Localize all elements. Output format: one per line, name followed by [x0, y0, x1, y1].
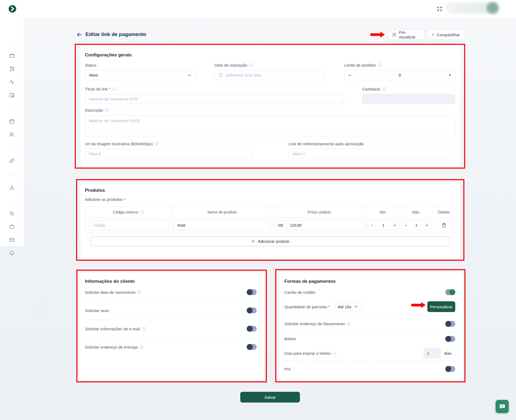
image-url-label: Url da imagem ilustrativa (600x600px)	[85, 141, 252, 146]
pix-label: PIX	[284, 367, 291, 371]
fullscreen-expand-icon[interactable]	[436, 5, 443, 13]
column-delete: Deletar	[432, 207, 455, 217]
general-settings-card: Configurações gerais Status Ativo Data d…	[80, 46, 460, 166]
activity-icon	[9, 79, 15, 85]
add-product-button[interactable]: Adicionar produto	[91, 236, 450, 246]
column-unit-price: Preço unitário	[272, 207, 366, 217]
ellipsis-icon: ...	[10, 107, 14, 110]
sidebar-item-percent[interactable]	[0, 209, 24, 218]
briefcase-icon	[9, 224, 15, 230]
plus-button[interactable]: +	[394, 223, 396, 227]
plus-button[interactable]: +	[448, 73, 451, 78]
save-button[interactable]: Salvar	[240, 392, 300, 403]
installments-label: Quantidade de parcelas *	[284, 305, 330, 309]
info-icon	[378, 63, 382, 67]
billing-address-toggle[interactable]	[445, 321, 455, 327]
payment-methods-title: Formas de pagamentos	[284, 279, 336, 284]
avatar	[486, 2, 499, 14]
sidebar-item-link[interactable]	[0, 157, 24, 165]
sidebar-ellipsis[interactable]: ...	[0, 38, 24, 46]
boleto-row: Boleto	[284, 332, 455, 345]
info-icon	[112, 87, 116, 91]
share-button[interactable]: Compartilhar	[427, 30, 464, 40]
chevron-down-icon	[353, 304, 358, 309]
sidebar-item-wallet[interactable]	[0, 52, 24, 60]
sidebar-ellipsis[interactable]: ...	[0, 104, 24, 112]
description-textarea[interactable]	[85, 115, 455, 136]
min-value: 1	[382, 223, 384, 227]
sidebar-item-activity[interactable]	[0, 78, 24, 86]
birthdate-toggle[interactable]	[247, 289, 257, 295]
sidebar-item-users[interactable]	[0, 131, 24, 139]
credit-card-row: Cartão de crédito	[284, 286, 455, 298]
gender-row: Solicitar sexo	[85, 301, 257, 320]
back-arrow-icon[interactable]	[76, 31, 83, 38]
product-code-input[interactable]	[93, 223, 164, 227]
column-product-name: Nome do produto	[172, 207, 272, 217]
boleto-days-input[interactable]: 1	[424, 348, 441, 358]
minus-button[interactable]: −	[348, 73, 351, 78]
sidebar-item-calendar[interactable]	[0, 117, 24, 125]
sidebar-item-briefcase[interactable]	[0, 223, 24, 231]
product-code-field	[89, 220, 168, 230]
link-title-group: Título do link *	[85, 86, 344, 104]
boleto-toggle[interactable]	[445, 336, 455, 342]
email-info-toggle[interactable]	[247, 326, 257, 332]
brand-logo-icon[interactable]	[8, 4, 17, 13]
sidebar-item-bell[interactable]	[0, 249, 24, 257]
gender-toggle[interactable]	[247, 307, 257, 313]
receipt-icon	[9, 66, 15, 72]
redirect-label: Link de redirecionamento após aprovação	[289, 141, 455, 146]
column-external-code: Código externo	[85, 207, 172, 217]
sidebar-item-download[interactable]	[0, 183, 24, 191]
description-label: Descrição	[85, 108, 455, 113]
sidebar-ellipsis[interactable]: ...	[0, 196, 24, 204]
credit-card-toggle[interactable]	[445, 289, 455, 295]
link-title-input[interactable]	[89, 97, 340, 101]
chat-widget-button[interactable]	[496, 400, 509, 413]
share-icon	[432, 32, 434, 37]
cashback-field-disabled	[362, 94, 455, 104]
image-url-input[interactable]	[89, 151, 248, 156]
preview-button[interactable]: Pré-visualizar	[388, 30, 425, 40]
trash-icon[interactable]	[441, 223, 446, 228]
calendar-search-icon	[9, 92, 15, 98]
expiration-date-field[interactable]: Selecione uma data	[214, 70, 325, 80]
plus-button[interactable]: +	[426, 223, 428, 227]
preview-icon	[392, 32, 396, 37]
download-icon	[9, 184, 15, 190]
sidebar-item-calendar-search[interactable]	[0, 91, 24, 99]
birthdate-row: Solicitar data de nascimento	[85, 283, 257, 301]
expiration-placeholder: Selecione uma data	[226, 73, 261, 77]
installments-value: Até 10x	[338, 305, 351, 309]
shipping-address-toggle[interactable]	[247, 344, 257, 350]
sidebar-item-mail[interactable]	[0, 236, 24, 244]
description-group: Descrição	[85, 108, 455, 137]
plus-icon	[251, 239, 255, 243]
min-stepper: − 1 +	[368, 220, 399, 230]
sidebar-ellipsis[interactable]: ...	[0, 144, 24, 152]
product-price-input[interactable]	[287, 223, 364, 227]
minus-button[interactable]: −	[404, 223, 407, 227]
email-info-row: Solicitar informações de e-mail	[85, 320, 257, 338]
billing-address-label: Solicitar endereço de faturamento	[284, 321, 351, 326]
order-limit-label: Limite de pedidos	[344, 63, 455, 67]
product-name-input[interactable]	[178, 223, 267, 227]
column-max: Máx.	[400, 207, 432, 217]
topbar	[0, 0, 516, 17]
ellipsis-icon: ...	[10, 41, 14, 44]
user-account-blurred[interactable]	[446, 2, 499, 15]
info-icon	[155, 142, 159, 146]
sidebar-ellipsis[interactable]: ...	[0, 170, 24, 178]
product-price-field: R$	[274, 220, 364, 230]
customize-button[interactable]: Personalizar	[427, 301, 455, 312]
mail-icon	[9, 237, 15, 243]
pix-toggle[interactable]	[445, 366, 455, 372]
installments-select[interactable]: Até 10x	[334, 302, 362, 312]
redirect-input[interactable]	[293, 151, 451, 156]
sidebar-item-receipt[interactable]	[0, 65, 24, 73]
info-icon	[105, 108, 109, 112]
info-icon	[347, 322, 351, 326]
minus-button[interactable]: −	[371, 223, 373, 227]
status-select[interactable]: Ativo	[85, 70, 196, 80]
